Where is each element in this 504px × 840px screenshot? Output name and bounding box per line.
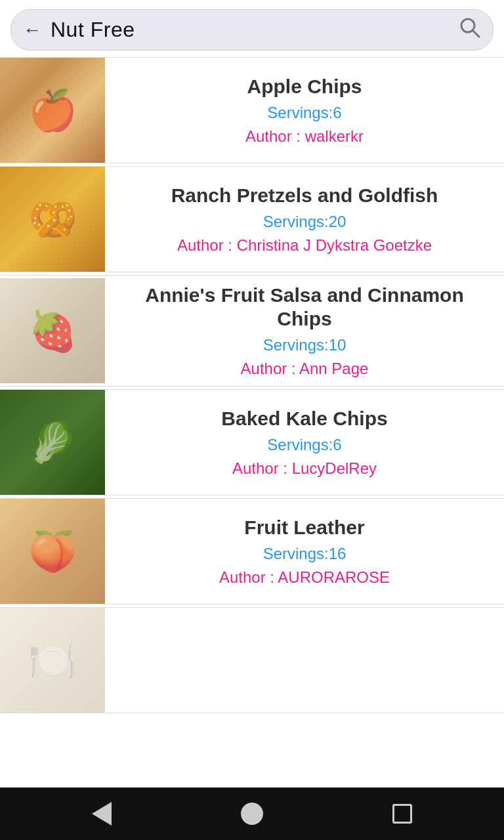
home-nav-icon: [241, 803, 263, 825]
recipe-thumbnail: [0, 278, 105, 383]
recipe-author: Author : LucyDelRey: [232, 459, 377, 478]
recipe-thumbnail: [0, 499, 105, 604]
search-button[interactable]: [459, 16, 481, 43]
recipe-item[interactable]: Apple Chips Servings:6 Author : walkerkr: [0, 57, 504, 163]
recipe-item[interactable]: Fruit Leather Servings:16 Author : AUROR…: [0, 498, 504, 604]
recipe-author: Author : Ann Page: [241, 360, 369, 378]
recipe-thumbnail: [0, 608, 105, 713]
recipe-info: Baked Kale Chips Servings:6 Author : Luc…: [105, 399, 504, 486]
recipe-name: Annie's Fruit Salsa and Cinnamon Chips: [117, 284, 492, 331]
recipe-name: Fruit Leather: [244, 516, 364, 539]
back-nav-button[interactable]: [85, 797, 118, 830]
recipe-servings: Servings:16: [263, 545, 346, 563]
recipe-name: Apple Chips: [247, 75, 362, 98]
recipe-thumbnail: [0, 167, 105, 272]
recipe-item[interactable]: Ranch Pretzels and Goldfish Servings:20 …: [0, 166, 504, 272]
recipe-list: Apple Chips Servings:6 Author : walkerkr…: [0, 57, 504, 788]
recipe-thumbnail: [0, 58, 105, 163]
back-nav-icon: [92, 802, 112, 826]
recipe-info: Ranch Pretzels and Goldfish Servings:20 …: [105, 176, 504, 262]
recipe-name: Ranch Pretzels and Goldfish: [171, 184, 438, 207]
home-nav-button[interactable]: [236, 797, 268, 830]
recipe-name: Baked Kale Chips: [221, 407, 387, 430]
recipe-author: Author : AURORAROSE: [219, 568, 390, 587]
bottom-navigation: [0, 788, 504, 840]
recipe-item[interactable]: Baked Kale Chips Servings:6 Author : Luc…: [0, 389, 504, 495]
recent-nav-button[interactable]: [386, 797, 419, 830]
recipe-item[interactable]: Annie's Fruit Salsa and Cinnamon Chips S…: [0, 275, 504, 387]
recipe-author: Author : Christina J Dykstra Goetzke: [177, 236, 432, 255]
recipe-servings: Servings:6: [267, 104, 341, 122]
search-bar: ← Nut Free: [10, 9, 494, 51]
recipe-author: Author : walkerkr: [245, 127, 364, 146]
search-query: Nut Free: [51, 18, 450, 42]
back-button[interactable]: ←: [23, 21, 41, 39]
recent-nav-icon: [392, 804, 412, 824]
recipe-info: Apple Chips Servings:6 Author : walkerkr: [105, 67, 504, 154]
recipe-info: Fruit Leather Servings:16 Author : AUROR…: [105, 508, 504, 595]
svg-line-1: [472, 30, 479, 37]
recipe-servings: Servings:10: [263, 336, 346, 354]
recipe-servings: Servings:20: [263, 213, 346, 231]
recipe-thumbnail: [0, 390, 105, 495]
recipe-servings: Servings:6: [267, 436, 341, 454]
recipe-info: [105, 652, 504, 668]
recipe-info: Annie's Fruit Salsa and Cinnamon Chips S…: [105, 276, 504, 386]
search-icon: [459, 16, 481, 39]
recipe-item[interactable]: [0, 607, 504, 713]
